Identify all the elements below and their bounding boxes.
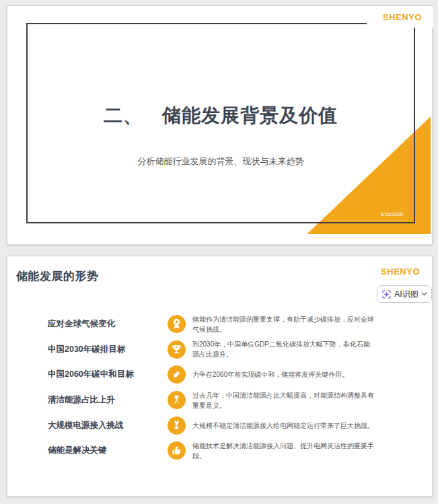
list-item: 储能是解决关键 储能技术是解决清洁能源接入问题、提升电网灵活性的重要手段。 [7, 438, 432, 464]
item-label: 中国2060年碳中和目标 [7, 369, 161, 380]
award-ribbon-icon [168, 315, 186, 333]
ai-button-label: AI识图 [394, 289, 418, 300]
list-item: 清洁能源占比上升 过去几年，中国清洁能源占比大幅提高，对能源结构调整具有重要意义… [7, 388, 432, 413]
feature-list: 应对全球气候变化 储能作为清洁能源的重要支撑，有助于减少碳排放，应对全球气候挑战… [7, 312, 432, 464]
ai-scan-sparkle-icon [381, 289, 392, 299]
item-description: 储能作为清洁能源的重要支撑，有助于减少碳排放，应对全球气候挑战。 [192, 314, 374, 334]
brand-logo: SHENYO [381, 266, 420, 277]
item-label: 应对全球气候变化 [7, 318, 161, 330]
trophy-icon [168, 340, 186, 359]
page-title: 储能发展的形势 [16, 268, 99, 284]
slide-1-title-slide[interactable]: 5/15/2025 SHENYO 二、 储能发展背景及价值 分析储能行业发展的背… [7, 5, 433, 245]
item-description: 到2030年，中国单位GDP二氧化碳排放大幅下降，非化石能源占比提升。 [192, 339, 374, 359]
item-description: 储能技术是解决清洁能源接入问题、提升电网灵活性的重要手段。 [192, 441, 374, 461]
thumbs-up-icon [168, 441, 186, 460]
item-description: 大规模不稳定清洁能源接入给电网稳定运行带来了巨大挑战。 [192, 421, 374, 431]
medal-star-icon [168, 417, 186, 435]
brand-logo-container: SHENYO [367, 6, 433, 28]
brand-logo: SHENYO [383, 12, 422, 22]
list-item: 中国2030年碳排目标 到2030年，中国单位GDP二氧化碳排放大幅下降，非化石… [7, 337, 432, 363]
slide-title: 二、 储能发展背景及价值 [26, 103, 415, 129]
item-label: 储能是解决关键 [7, 445, 161, 456]
item-description: 过去几年，中国清洁能源占比大幅提高，对能源结构调整具有重要意义。 [192, 390, 374, 410]
slide-2-content-slide[interactable]: 储能发展的形势 SHENYO AI识图 应对全球气候变化 储能作为 [7, 256, 433, 497]
item-description: 力争在2060年前实现碳中和，储能将发挥关键作用。 [192, 369, 374, 380]
slide-subtitle: 分析储能行业发展的背景、现状与未来趋势 [26, 155, 415, 168]
item-label: 清洁能源占比上升 [7, 394, 161, 406]
item-label: 中国2030年碳排目标 [7, 344, 161, 355]
list-item: 中国2060年碳中和目标 力争在2060年前实现碳中和，储能将发挥关键作用。 [7, 362, 432, 388]
list-item: 应对全球气候变化 储能作为清洁能源的重要支撑，有助于减少碳排放，应对全球气候挑战… [7, 312, 432, 337]
ai-recognize-button[interactable]: AI识图 [377, 285, 432, 303]
crossed-flags-icon [168, 391, 186, 409]
list-item: 大规模电源接入挑战 大规模不稳定清洁能源接入给电网稳定运行带来了巨大挑战。 [7, 412, 432, 438]
item-label: 大规模电源接入挑战 [7, 420, 161, 431]
chevron-down-icon [421, 292, 427, 296]
tag-icon [168, 365, 186, 384]
